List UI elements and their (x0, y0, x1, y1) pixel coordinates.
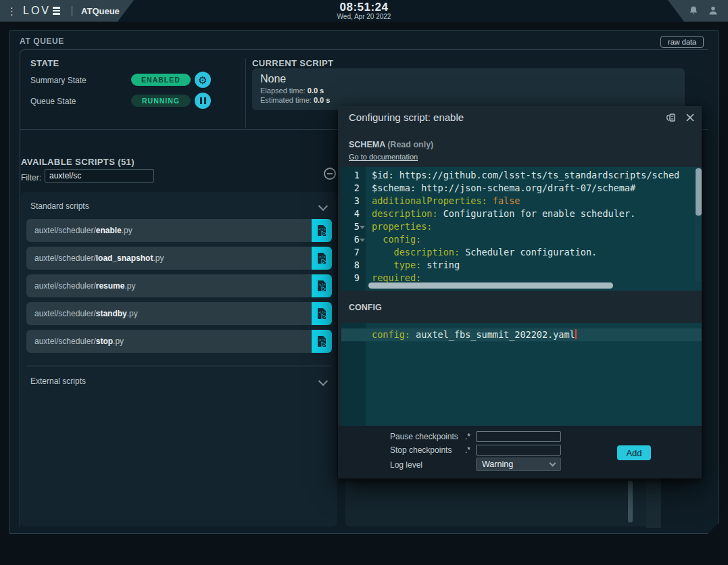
estimated-time-label: Estimated time: (260, 96, 312, 104)
filter-input[interactable] (45, 169, 154, 182)
launch-script-button[interactable]: </> (312, 274, 332, 297)
user-account-icon[interactable] (708, 5, 719, 16)
collapse-minus-icon[interactable] (324, 168, 336, 180)
state-divider (245, 58, 246, 128)
svg-text:</>: </> (319, 255, 326, 259)
schema-editor-gutter: 123456789 (341, 167, 366, 291)
code-line: type: string (366, 259, 702, 272)
script-path: auxtel/scheduler/enable.py (26, 219, 312, 242)
log-level-select[interactable]: Warning (476, 458, 561, 471)
pause-queue-button[interactable] (195, 93, 211, 109)
script-path: auxtel/scheduler/standby.py (26, 302, 312, 325)
pause-checkpoints-input[interactable] (476, 431, 561, 442)
script-row[interactable]: auxtel/scheduler/load_snapshot.py</> (26, 247, 332, 270)
chevron-down-icon[interactable] (318, 376, 328, 386)
line-number: 4 (341, 207, 366, 220)
script-path: auxtel/scheduler/resume.py (26, 274, 312, 297)
line-number: 2 (341, 182, 366, 195)
svg-text:</>: </> (319, 310, 326, 314)
current-script-card: None Elapsed time: 0.0 s Estimated time:… (252, 68, 685, 110)
line-number: 6 (341, 233, 366, 246)
schema-title: SCHEMA (349, 140, 385, 149)
standard-scripts-header[interactable]: Standard scripts (30, 201, 89, 211)
stop-checkpoints-label: Stop checkpoints (390, 445, 452, 455)
line-number: 3 (341, 195, 366, 207)
code-line: description: Scheduler configuration. (366, 246, 702, 259)
copy-config-icon[interactable] (665, 112, 677, 124)
text-cursor (575, 329, 577, 339)
script-launch-icon: </> (316, 224, 327, 237)
line-number: 9 (341, 272, 366, 285)
queue-state-badge: RUNNING (131, 95, 191, 107)
launch-script-button[interactable]: </> (312, 330, 332, 353)
clock-date: Wed, Apr 20 2022 (0, 13, 728, 20)
modal-footer: Pause checkpoints .* Stop checkpoints .*… (338, 426, 702, 478)
code-line: $id: https://github.com/lsst-ts/ts_stand… (366, 169, 702, 182)
script-row[interactable]: auxtel/scheduler/enable.py</> (26, 219, 332, 242)
scripts-list-container: Standard scripts auxtel/scheduler/enable… (21, 192, 337, 526)
queue-side-strip (646, 474, 661, 528)
clock: 08:51:24 Wed, Apr 20 2022 (0, 1, 728, 20)
gear-icon: ⚙ (198, 75, 207, 85)
line-number: 1 (341, 169, 366, 182)
script-row[interactable]: auxtel/scheduler/stop.py</> (26, 330, 332, 353)
code-line: additionalProperties: false (366, 195, 702, 207)
schema-editor-vscrollbar[interactable] (696, 168, 702, 216)
pause-icon (200, 97, 202, 104)
stop-regex-hint: .* (465, 445, 470, 455)
standard-scripts-list: auxtel/scheduler/enable.py</>auxtel/sche… (26, 219, 332, 358)
schema-editor[interactable]: 123456789 $id: https://github.com/lsst-t… (341, 167, 702, 291)
schema-heading: SCHEMA (Read only) (349, 140, 433, 149)
summary-state-settings-button[interactable]: ⚙ (195, 72, 211, 88)
summary-state-label: Summary State (30, 76, 87, 85)
summary-state-badge: ENABLED (131, 74, 191, 86)
launch-script-button[interactable]: </> (312, 219, 332, 242)
estimated-time-value: 0.0 s (314, 96, 330, 104)
line-number: 8 (341, 259, 366, 272)
schema-editor-hscrollbar[interactable] (368, 282, 613, 289)
current-script-heading: CURRENT SCRIPT (252, 58, 333, 68)
close-icon[interactable] (684, 112, 696, 124)
elapsed-time-label: Elapsed time: (260, 87, 306, 95)
available-scripts-heading: AVAILABLE SCRIPTS (51) (21, 157, 135, 167)
config-editor[interactable]: 1 config: auxtel_fbs_summit_202202.yaml (341, 323, 702, 426)
launch-script-button[interactable]: </> (312, 247, 332, 270)
notifications-bell-icon[interactable] (688, 5, 699, 16)
clock-time: 08:51:24 (0, 1, 728, 14)
line-number: 5 (341, 220, 366, 233)
code-line: config: auxtel_fbs_summit_202202.yaml (341, 328, 702, 341)
schema-readonly-note: (Read only) (387, 140, 433, 149)
add-script-button[interactable]: Add (617, 445, 651, 460)
log-level-label: Log level (390, 460, 422, 470)
documentation-link[interactable]: Go to documentation (349, 153, 418, 161)
modal-title: Configuring script: enable (349, 112, 464, 123)
pause-checkpoints-label: Pause checkpoints (390, 432, 458, 441)
config-heading: CONFIG (349, 303, 382, 312)
code-line: description: Configuration for enable sc… (366, 207, 702, 220)
atqueue-screen: ⋮ LOV ATQueue 08:51:24 Wed, Apr 20 2022 … (0, 0, 728, 565)
external-scripts-header[interactable]: External scripts (30, 376, 86, 386)
queue-scrollbar[interactable] (628, 481, 633, 522)
chevron-down-icon[interactable] (318, 201, 328, 211)
state-heading: STATE (30, 58, 59, 68)
script-launch-icon: </> (316, 280, 327, 292)
svg-text:</>: </> (319, 282, 326, 287)
elapsed-time-value: 0.0 s (308, 87, 324, 95)
code-line: config: (366, 233, 702, 246)
code-line: properties: (366, 220, 702, 233)
log-level-value: Warning (482, 460, 513, 469)
chevron-down-icon (550, 460, 556, 467)
script-row[interactable]: auxtel/scheduler/resume.py</> (26, 274, 332, 297)
raw-data-button[interactable]: raw data (660, 36, 704, 48)
script-row[interactable]: auxtel/scheduler/standby.py</> (26, 302, 332, 325)
group-divider (26, 366, 332, 366)
queue-list-container (345, 478, 648, 526)
script-path: auxtel/scheduler/load_snapshot.py (26, 247, 312, 270)
current-script-name: None (260, 73, 677, 85)
launch-script-button[interactable]: </> (312, 302, 332, 325)
script-launch-icon: </> (316, 308, 327, 320)
panel-title: AT QUEUE (20, 36, 64, 46)
script-path: auxtel/scheduler/stop.py (26, 330, 312, 353)
stop-checkpoints-input[interactable] (476, 445, 561, 456)
queue-state-label: Queue State (30, 97, 76, 106)
